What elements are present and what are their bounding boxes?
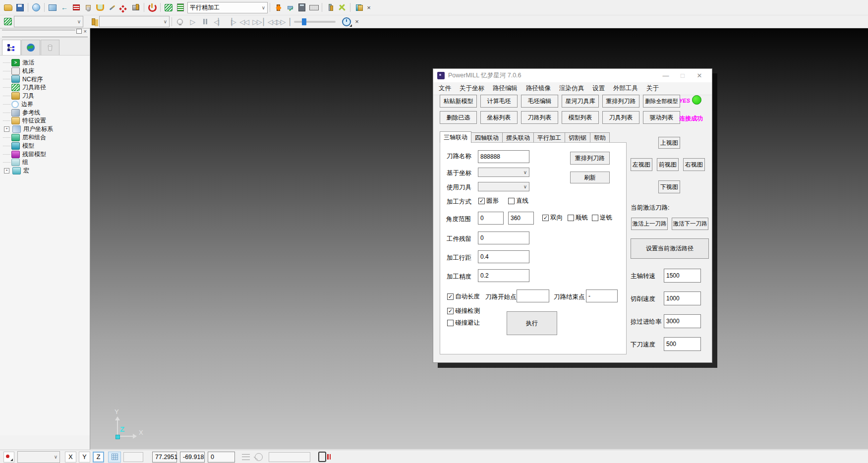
tab-4axis[interactable]: 四轴联动: [471, 132, 503, 143]
base-coord-select[interactable]: ∨: [478, 168, 529, 177]
menu-file[interactable]: 文件: [439, 84, 451, 93]
grid-size-field[interactable]: [123, 452, 143, 462]
refresh-button[interactable]: 刷新: [570, 172, 610, 183]
tool-library-button[interactable]: 星河刀具库: [562, 95, 599, 108]
view-left-button[interactable]: 左视图: [631, 158, 652, 171]
conventional-option[interactable]: 逆铣: [592, 214, 612, 222]
sim-tool-select[interactable]: ∨: [99, 16, 170, 27]
lightbulb-icon[interactable]: [174, 16, 186, 28]
tab-explorer-tree[interactable]: [2, 40, 21, 55]
expand-icon[interactable]: +: [4, 168, 9, 174]
block-edit-button[interactable]: 毛坯编辑: [521, 95, 558, 108]
panel-close-icon[interactable]: ×: [84, 29, 87, 34]
axis-x-button[interactable]: X: [65, 452, 76, 463]
menu-path-mirror[interactable]: 路径镜像: [526, 84, 551, 93]
collision-avoid-option[interactable]: 碰撞避让: [447, 319, 480, 327]
save-icon[interactable]: [14, 1, 26, 13]
conventional-checkbox[interactable]: [592, 215, 598, 221]
grid-toggle-button[interactable]: [108, 452, 121, 463]
tree-item-machine[interactable]: 机床: [3, 67, 90, 75]
pencil-curve-icon[interactable]: [106, 1, 118, 13]
step-forward-icon[interactable]: ▕▷: [225, 18, 237, 26]
toolbar-close-icon[interactable]: ×: [364, 4, 373, 11]
end-point-input[interactable]: [586, 289, 618, 302]
delete-all-models-button[interactable]: 删除全部模型: [643, 95, 680, 108]
reorder-button[interactable]: 重排列刀路: [570, 152, 610, 165]
use-tool-select[interactable]: ∨: [478, 182, 529, 191]
tree-item-feature-set[interactable]: 特征设置: [3, 117, 90, 125]
collision-avoid-checkbox[interactable]: [447, 320, 454, 326]
line-checkbox[interactable]: [508, 198, 515, 204]
cross-arrows-icon[interactable]: [336, 1, 348, 13]
view-bottom-button[interactable]: 下视图: [658, 180, 680, 193]
activate-next-button[interactable]: 激活下一刀路: [672, 218, 708, 230]
tree-item-stock-model[interactable]: 残留模型: [3, 150, 90, 159]
slider-handle[interactable]: [302, 18, 306, 25]
sphere-icon[interactable]: [30, 1, 42, 13]
axis-z-button[interactable]: Z: [93, 452, 104, 463]
strategy-list-icon[interactable]: [174, 1, 186, 13]
climb-checkbox[interactable]: [568, 215, 574, 221]
set-active-path-button[interactable]: 设置当前激活路径: [631, 238, 709, 259]
go-end-icon[interactable]: ▷▷▕: [276, 18, 289, 26]
tab-explorer-web[interactable]: [21, 40, 40, 55]
bidirectional-checkbox[interactable]: [542, 215, 549, 221]
coord-list-button[interactable]: 坐标列表: [480, 111, 518, 124]
view-right-button[interactable]: 右视图: [683, 158, 705, 171]
spindle-speed-input[interactable]: [664, 269, 701, 283]
panel-grip[interactable]: ×: [2, 30, 88, 38]
auto-length-option[interactable]: 自动长度: [447, 292, 480, 301]
open-file-icon[interactable]: [2, 1, 14, 13]
probe-icon[interactable]: [255, 453, 263, 461]
activate-prev-button[interactable]: 激活上一刀路: [631, 218, 668, 230]
toolpath-list-button[interactable]: 刀路列表: [521, 111, 558, 124]
status-select[interactable]: ∨: [17, 451, 60, 463]
ball-tool-icon[interactable]: [82, 1, 94, 13]
menu-render-sim[interactable]: 渲染仿真: [559, 84, 584, 93]
reorder-toolpaths-button[interactable]: 重排列刀路: [602, 95, 639, 108]
tree-item-model[interactable]: 模型: [3, 142, 90, 150]
angle-to-input[interactable]: [508, 212, 534, 225]
tab-head-tilt[interactable]: 摆头联动: [502, 132, 534, 143]
tab-explorer-trash[interactable]: [41, 40, 59, 55]
fast-forward-icon[interactable]: ▷▷: [250, 18, 263, 26]
tool-arc-icon[interactable]: [146, 1, 158, 13]
tool-holder-icon[interactable]: [94, 1, 106, 13]
method-circle-option[interactable]: 圆形: [478, 197, 499, 205]
maximize-icon[interactable]: □: [674, 72, 691, 79]
tool-block-icon[interactable]: [130, 1, 142, 13]
minimize-icon[interactable]: —: [657, 72, 674, 79]
go-start-icon[interactable]: ▏◁◁: [263, 18, 276, 26]
model-list-button[interactable]: 模型列表: [562, 111, 599, 124]
boxes-icon[interactable]: [352, 1, 364, 13]
rapid-feed-input[interactable]: [664, 314, 701, 328]
rewind-icon[interactable]: ◁◁: [237, 18, 250, 26]
tool-check-icon[interactable]: ✓: [284, 1, 296, 13]
execute-button[interactable]: 执行: [507, 311, 557, 335]
tree-item-pattern[interactable]: 参考线: [3, 109, 90, 117]
sim-toolbar-close-icon[interactable]: ×: [352, 18, 361, 25]
block-icon[interactable]: [47, 1, 58, 13]
ruler-icon[interactable]: [308, 1, 320, 13]
tree-item-macro[interactable]: +宏: [3, 167, 90, 175]
drive-list-button[interactable]: 驱动列表: [643, 111, 680, 124]
paste-new-model-button[interactable]: 粘贴新模型: [440, 95, 477, 108]
view-front-button[interactable]: 前视图: [657, 158, 679, 171]
toolpath-name-input[interactable]: [478, 150, 529, 163]
plunge-feed-input[interactable]: [664, 337, 701, 351]
strategy-select[interactable]: 平行精加工 ∨: [187, 2, 268, 13]
delete-selected-button[interactable]: 删除已选: [440, 111, 477, 124]
sim-toolpath-select[interactable]: ∨: [14, 16, 83, 27]
toolpath-icon[interactable]: [163, 1, 174, 13]
tab-3axis[interactable]: 三轴联动: [440, 131, 471, 143]
tool-pair-icon[interactable]: ↑: [324, 1, 336, 13]
record-dropdown-button[interactable]: [3, 452, 14, 463]
stock-allowance-input[interactable]: [478, 232, 529, 244]
axis-y-button[interactable]: Y: [79, 452, 90, 463]
menu-external-tools[interactable]: 外部工具: [613, 84, 638, 93]
clock-icon[interactable]: [341, 16, 352, 28]
climb-option[interactable]: 顺铣: [568, 214, 588, 222]
expand-icon[interactable]: +: [4, 126, 9, 132]
view-top-button[interactable]: 上视图: [658, 137, 680, 149]
collision-check-option[interactable]: 碰撞检测: [447, 307, 480, 315]
